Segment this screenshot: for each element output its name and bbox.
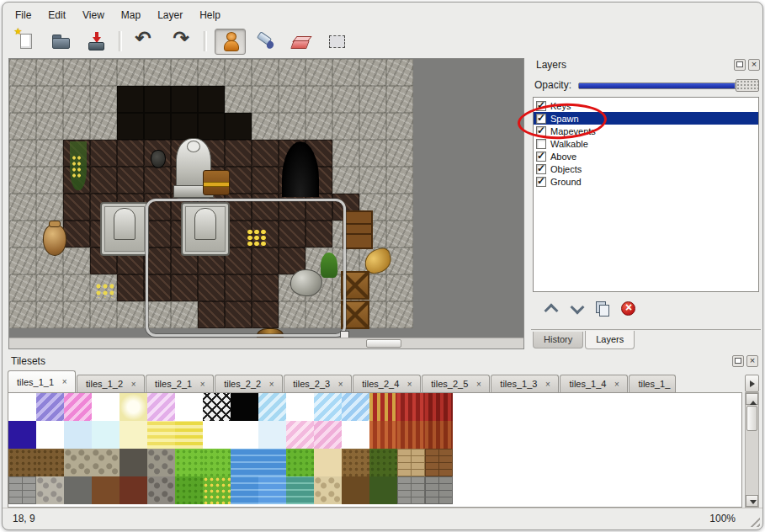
tileset-tile[interactable] [425, 421, 453, 449]
tileset-tile[interactable] [397, 393, 425, 421]
map-object-vine[interactable] [70, 141, 87, 190]
menu-item-file[interactable]: File [8, 7, 39, 24]
scroll-up-icon[interactable] [746, 393, 758, 405]
layer-row-spawn[interactable]: Spawn [534, 112, 758, 125]
tileset-tile[interactable] [8, 449, 36, 476]
select-button[interactable] [321, 29, 352, 55]
map-object-shelf[interactable] [343, 210, 373, 249]
layer-row-keys[interactable]: Keys [534, 99, 758, 112]
map-object-grave[interactable] [100, 202, 149, 256]
map-selection-rect[interactable] [146, 199, 346, 337]
tileset-tab-tiles_1_1[interactable]: tiles_1_1 [8, 370, 76, 392]
dock-tab-layers[interactable]: Layers [585, 331, 635, 349]
layer-visibility-checkbox[interactable] [536, 177, 546, 187]
opacity-slider[interactable] [578, 78, 759, 93]
tileset-tile[interactable] [397, 476, 425, 504]
opacity-slider-handle[interactable] [736, 79, 759, 92]
tileset-tile[interactable] [425, 476, 453, 504]
tileset-tile[interactable] [203, 393, 231, 421]
tileset-tile[interactable] [314, 449, 342, 476]
tileset-tile[interactable] [175, 393, 203, 421]
layer-visibility-checkbox[interactable] [536, 101, 546, 111]
menu-item-view[interactable]: View [75, 7, 112, 24]
layer-delete-button[interactable] [618, 298, 638, 318]
map-horizontal-scrollbar[interactable] [9, 338, 523, 348]
tileset-tab-tiles_1_[interactable]: tiles_1_ [629, 375, 676, 392]
tileset-tab-tiles_2_4[interactable]: tiles_2_4 [353, 375, 421, 392]
tileset-tile[interactable] [369, 421, 397, 449]
tileset-tile[interactable] [369, 449, 397, 476]
tileset-tile[interactable] [342, 421, 369, 449]
eraser-button[interactable] [285, 29, 316, 55]
tileset-tile[interactable] [203, 449, 231, 476]
layer-move-up-button[interactable] [539, 298, 560, 318]
tileset-tile[interactable] [92, 449, 120, 476]
close-panel-icon[interactable] [746, 355, 758, 367]
tileset-tile[interactable] [286, 449, 314, 476]
tileset-tile[interactable] [231, 393, 258, 421]
tileset-tile[interactable] [258, 449, 286, 476]
scroll-down-icon[interactable] [746, 495, 758, 507]
tileset-vscroll-thumb[interactable] [746, 406, 757, 431]
tileset-tile[interactable] [231, 421, 258, 449]
menu-item-map[interactable]: Map [114, 7, 148, 24]
tileset-tile[interactable] [286, 421, 314, 449]
close-tab-icon[interactable] [129, 380, 138, 389]
tileset-tile[interactable] [425, 393, 453, 421]
close-tab-icon[interactable] [198, 380, 207, 389]
layer-visibility-checkbox[interactable] [536, 139, 546, 149]
layer-row-mapevents[interactable]: Mapevents [534, 125, 758, 137]
close-tab-icon[interactable] [543, 380, 552, 389]
tileset-tile[interactable] [92, 421, 120, 449]
float-panel-icon[interactable] [732, 355, 744, 367]
tileset-tile[interactable] [342, 449, 369, 476]
tileset-tile[interactable] [64, 449, 92, 476]
tileset-tile[interactable] [64, 421, 92, 449]
tileset-tab-tiles_1_4[interactable]: tiles_1_4 [560, 375, 628, 392]
layer-visibility-checkbox[interactable] [536, 152, 546, 162]
tileset-tile[interactable] [314, 421, 342, 449]
tileset-tile[interactable] [120, 449, 147, 476]
map-canvas[interactable] [8, 58, 524, 349]
layer-move-down-button[interactable] [566, 298, 586, 318]
tileset-tile[interactable] [258, 421, 286, 449]
redo-button[interactable] [165, 29, 196, 55]
tileset-tile[interactable] [397, 421, 425, 449]
tileset-tile[interactable] [64, 393, 92, 421]
tileset-tile[interactable] [92, 393, 120, 421]
brush-button[interactable] [250, 29, 281, 55]
tileset-tile[interactable] [231, 476, 258, 504]
tileset-tile[interactable] [147, 476, 175, 504]
map-object-cave[interactable] [282, 141, 319, 197]
layer-duplicate-button[interactable] [592, 298, 612, 318]
close-tab-icon[interactable] [474, 380, 483, 389]
tileset-tile[interactable] [342, 393, 369, 421]
tileset-tile[interactable] [286, 393, 314, 421]
tileset-tile[interactable] [203, 476, 231, 504]
tileset-tile[interactable] [231, 449, 258, 476]
tileset-tile[interactable] [175, 476, 203, 504]
tileset-tile[interactable] [147, 449, 175, 476]
tileset-tile[interactable] [369, 476, 397, 504]
tileset-tab-tiles_2_5[interactable]: tiles_2_5 [422, 375, 490, 392]
tileset-tile[interactable] [64, 476, 92, 504]
undo-button[interactable] [130, 29, 161, 55]
tileset-tile[interactable] [147, 421, 175, 449]
tileset-tile[interactable] [286, 476, 314, 504]
layer-visibility-checkbox[interactable] [536, 114, 546, 124]
layer-row-walkable[interactable]: Walkable [534, 137, 758, 150]
tileset-content[interactable] [8, 392, 742, 508]
close-panel-icon[interactable] [748, 59, 760, 71]
tileset-tile[interactable] [8, 476, 36, 504]
tileset-tile[interactable] [397, 449, 425, 476]
tileset-tab-tiles_2_2[interactable]: tiles_2_2 [215, 375, 283, 392]
window-resize-grip[interactable] [747, 514, 760, 527]
tileset-tile[interactable] [36, 421, 64, 449]
tileset-tab-tiles_1_3[interactable]: tiles_1_3 [491, 375, 559, 392]
menu-item-layer[interactable]: Layer [150, 7, 190, 24]
map-object-smallpot[interactable] [151, 150, 166, 168]
menu-item-help[interactable]: Help [192, 7, 228, 24]
tileset-tile[interactable] [36, 449, 64, 476]
new-button[interactable] [9, 29, 40, 55]
tileset-tile[interactable] [203, 421, 231, 449]
